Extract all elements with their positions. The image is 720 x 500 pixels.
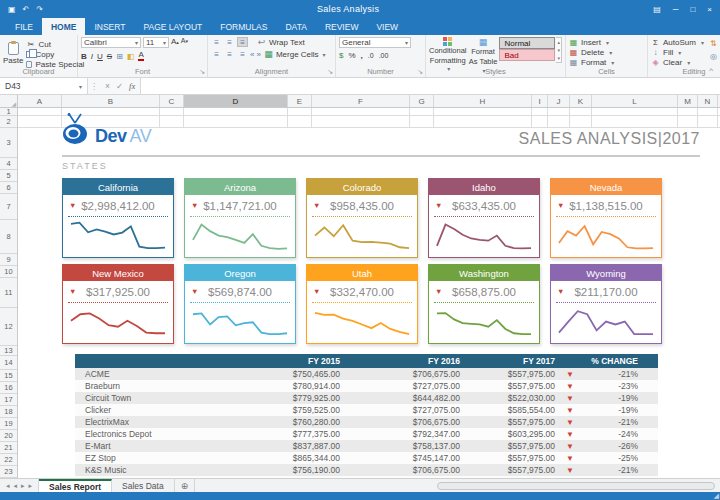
row-header-2[interactable]: 2 — [0, 116, 17, 128]
sheet-tab-sales-report[interactable]: Sales Report — [39, 479, 112, 492]
next-sheet-icon[interactable]: ▸ — [21, 482, 25, 490]
grow-font-button[interactable]: A▴ — [171, 37, 179, 48]
clear-button[interactable]: ◈Clear ▾ — [651, 57, 704, 67]
redo-icon[interactable]: ↷ — [36, 5, 43, 14]
accounting-format-button[interactable]: $ — [339, 51, 343, 60]
first-sheet-icon[interactable]: ◂ — [6, 482, 10, 490]
column-header-h[interactable]: H — [434, 95, 532, 107]
column-header-a[interactable]: A — [18, 95, 62, 107]
underline-button[interactable]: U — [97, 52, 103, 61]
row-header-6[interactable]: 6 — [0, 182, 17, 194]
fill-button[interactable]: ↓Fill ▾ — [651, 47, 704, 57]
ribbon-tab-view[interactable]: VIEW — [367, 18, 407, 35]
ribbon-tab-formulas[interactable]: FORMULAS — [211, 18, 276, 35]
cut-button[interactable]: ✂Cut — [26, 39, 84, 49]
worksheet-canvas[interactable]: DevAV SALES ANALYSIS|2017 STATES Califor… — [18, 108, 720, 478]
find-select-button[interactable]: ◎ — [710, 52, 717, 61]
column-header-l[interactable]: L — [592, 95, 678, 107]
row-header-23[interactable]: 23 — [0, 466, 17, 478]
paste-button[interactable]: Paste — [3, 37, 23, 69]
gallery-up-icon[interactable]: ▴ — [557, 39, 560, 45]
autosum-button[interactable]: ΣAutoSum ▾ — [651, 37, 704, 47]
sheet-tab-sales-data[interactable]: Sales Data — [112, 479, 175, 492]
decrease-decimal-button[interactable]: .00 — [379, 52, 389, 59]
collapse-ribbon-icon[interactable]: ^ — [709, 66, 713, 75]
copy-button[interactable]: Copy — [26, 49, 84, 59]
row-header-19[interactable]: 19 — [0, 418, 17, 430]
column-header-c[interactable]: C — [160, 95, 184, 107]
merge-cells-button[interactable]: Merge Cells — [276, 50, 319, 59]
minimize-button[interactable]: ─ — [673, 5, 679, 14]
insert-function-button[interactable]: fx — [129, 81, 135, 91]
row-header-21[interactable]: 21 — [0, 442, 17, 454]
new-sheet-button[interactable]: ⊕ — [175, 479, 196, 492]
ribbon-tab-data[interactable]: DATA — [276, 18, 315, 35]
format-cells-button[interactable]: ▦Format ▾ — [569, 57, 644, 67]
align-left-button[interactable]: ≡ — [211, 49, 222, 59]
row-header-12[interactable]: 12 — [0, 308, 17, 346]
ribbon-tab-file[interactable]: FILE — [6, 18, 42, 35]
ribbon-tab-insert[interactable]: INSERT — [85, 18, 134, 35]
row-header-8[interactable]: 8 — [0, 220, 17, 254]
row-header-10[interactable]: 10 — [0, 266, 17, 278]
formula-bar-splitter[interactable]: ⋮ — [88, 78, 100, 94]
column-header-b[interactable]: B — [62, 95, 160, 107]
close-button[interactable]: × — [707, 5, 712, 14]
last-sheet-icon[interactable]: ▸ — [29, 482, 33, 490]
font-size-select[interactable]: 11▾ — [143, 37, 169, 48]
row-header-13[interactable]: 13 — [0, 346, 17, 356]
name-box[interactable]: D43 ▾ — [0, 78, 88, 94]
ribbon-tab-review[interactable]: REVIEW — [316, 18, 368, 35]
row-header-16[interactable]: 16 — [0, 382, 17, 394]
row-header-18[interactable]: 18 — [0, 406, 17, 418]
column-header-f[interactable]: F — [312, 95, 410, 107]
confirm-entry-button[interactable]: ✓ — [116, 81, 123, 91]
undo-icon[interactable]: ↶ — [23, 5, 30, 14]
wrap-text-button[interactable]: Wrap Text — [269, 38, 305, 47]
increase-decimal-button[interactable]: .0 — [368, 52, 374, 59]
shrink-font-button[interactable]: A▾ — [181, 37, 188, 48]
row-header-20[interactable]: 20 — [0, 430, 17, 442]
italic-button[interactable]: I — [91, 52, 93, 61]
ribbon-options-icon[interactable]: ▤ — [653, 5, 661, 14]
formula-input[interactable] — [141, 78, 720, 94]
column-header-g[interactable]: G — [410, 95, 434, 107]
align-right-button[interactable]: ≡ — [237, 49, 248, 59]
column-header-d[interactable]: D — [184, 95, 288, 107]
column-header-i[interactable]: I — [532, 95, 548, 107]
style-normal[interactable]: Normal — [499, 37, 555, 49]
sort-filter-button[interactable]: ⇅ — [710, 39, 717, 48]
save-icon[interactable]: ▣ — [8, 5, 16, 14]
row-header-14[interactable]: 14 — [0, 356, 17, 370]
fill-color-button[interactable]: ◧ — [127, 52, 135, 61]
horizontal-scrollbar[interactable] — [437, 482, 715, 490]
row-header-11[interactable]: 11 — [0, 278, 17, 308]
increase-indent-button[interactable]: » — [256, 50, 260, 59]
percent-style-button[interactable]: % — [348, 51, 355, 60]
font-name-select[interactable]: Calibri▾ — [81, 37, 141, 48]
styles-gallery-scroll[interactable]: ▴ ▾ ▾ — [556, 37, 562, 63]
cancel-entry-button[interactable]: × — [105, 81, 110, 91]
style-bad[interactable]: Bad — [499, 49, 555, 61]
comma-style-button[interactable]: , — [361, 51, 363, 60]
previous-sheet-icon[interactable]: ◂ — [14, 482, 18, 490]
row-header-3[interactable]: 3 — [0, 128, 17, 158]
ribbon-tab-page-layout[interactable]: PAGE LAYOUT — [134, 18, 211, 35]
row-header-5[interactable]: 5 — [0, 170, 17, 182]
strikethrough-button[interactable]: S — [107, 52, 112, 61]
align-bottom-button[interactable]: ≡ — [237, 37, 248, 47]
maximize-button[interactable]: □ — [690, 5, 695, 14]
align-middle-button[interactable]: ≡ — [224, 37, 235, 47]
gallery-more-icon[interactable]: ▾ — [557, 55, 560, 61]
column-header-e[interactable]: E — [288, 95, 312, 107]
row-header-17[interactable]: 17 — [0, 394, 17, 406]
row-header-22[interactable]: 22 — [0, 454, 17, 466]
number-format-select[interactable]: General▾ — [339, 37, 411, 48]
column-header-k[interactable]: K — [570, 95, 592, 107]
column-header-j[interactable]: J — [548, 95, 570, 107]
font-color-button[interactable]: A — [138, 51, 143, 61]
gallery-down-icon[interactable]: ▾ — [557, 47, 560, 53]
align-top-button[interactable]: ≡ — [211, 37, 222, 47]
align-center-button[interactable]: ≡ — [224, 49, 235, 59]
row-header-1[interactable]: 1 — [0, 108, 17, 116]
